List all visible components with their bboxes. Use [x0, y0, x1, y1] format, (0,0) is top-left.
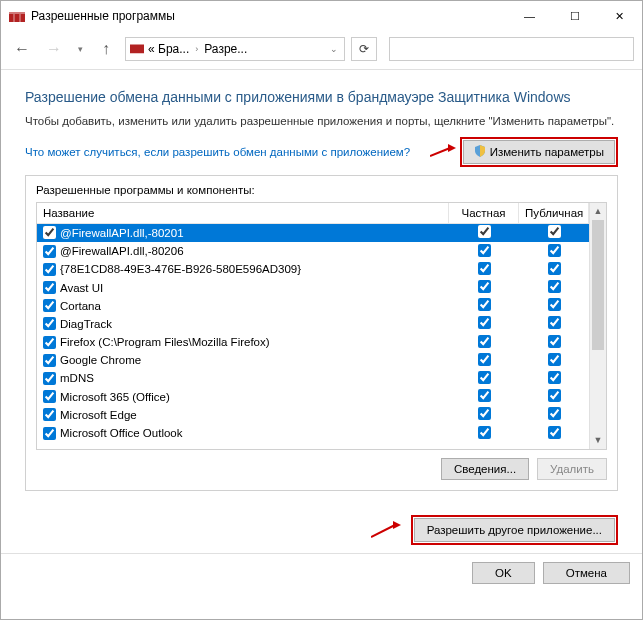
row-public-checkbox[interactable] [548, 262, 561, 275]
row-public-checkbox[interactable] [548, 316, 561, 329]
row-private-checkbox[interactable] [478, 371, 491, 384]
row-enabled-checkbox[interactable] [43, 372, 56, 385]
row-public-checkbox[interactable] [548, 389, 561, 402]
row-public-checkbox[interactable] [548, 335, 561, 348]
window-title: Разрешенные программы [31, 9, 507, 23]
svg-rect-3 [19, 14, 21, 22]
row-private-checkbox[interactable] [478, 280, 491, 293]
breadcrumb-c1[interactable]: « Бра... [148, 42, 189, 56]
row-private-checkbox[interactable] [478, 316, 491, 329]
row-name: @FirewallAPI.dll,-80201 [60, 227, 184, 239]
row-private-checkbox[interactable] [478, 389, 491, 402]
col-name[interactable]: Название [37, 203, 449, 223]
change-settings-button[interactable]: Изменить параметры [463, 140, 615, 164]
table-row[interactable]: {78E1CD88-49E3-476E-B926-580E596AD309} [37, 260, 589, 278]
list-header: Название Частная Публичная [37, 203, 589, 224]
chevron-down-icon[interactable]: ⌄ [328, 44, 340, 54]
remove-button: Удалить [537, 458, 607, 480]
row-enabled-checkbox[interactable] [43, 263, 56, 276]
row-enabled-checkbox[interactable] [43, 336, 56, 349]
row-private-checkbox[interactable] [478, 225, 491, 238]
row-private-checkbox[interactable] [478, 298, 491, 311]
row-private-checkbox[interactable] [478, 262, 491, 275]
table-row[interactable]: Firefox (C:\Program Files\Mozilla Firefo… [37, 333, 589, 351]
row-public-checkbox[interactable] [548, 407, 561, 420]
row-enabled-checkbox[interactable] [43, 226, 56, 239]
table-row[interactable]: mDNS [37, 369, 589, 387]
row-name: @FirewallAPI.dll,-80206 [60, 245, 184, 257]
row-enabled-checkbox[interactable] [43, 317, 56, 330]
row-public-checkbox[interactable] [548, 371, 561, 384]
row-private-checkbox[interactable] [478, 335, 491, 348]
row-private-checkbox[interactable] [478, 244, 491, 257]
row-name: Microsoft Office Outlook [60, 427, 183, 439]
allow-other-app-button[interactable]: Разрешить другое приложение... [414, 518, 615, 542]
table-row[interactable]: DiagTrack [37, 315, 589, 333]
row-name: Firefox (C:\Program Files\Mozilla Firefo… [60, 336, 270, 348]
details-button[interactable]: Сведения... [441, 458, 529, 480]
table-row[interactable]: Avast UI [37, 278, 589, 296]
maximize-button[interactable]: ☐ [552, 1, 597, 31]
svg-rect-4 [130, 44, 144, 53]
minimize-button[interactable]: — [507, 1, 552, 31]
svg-marker-6 [448, 144, 456, 152]
row-private-checkbox[interactable] [478, 426, 491, 439]
table-row[interactable]: Google Chrome [37, 351, 589, 369]
breadcrumb-c2[interactable]: Разре... [204, 42, 247, 56]
row-enabled-checkbox[interactable] [43, 245, 56, 258]
row-enabled-checkbox[interactable] [43, 281, 56, 294]
nav-row: ← → ▾ ↑ « Бра... › Разре... ⌄ ⟳ [1, 31, 642, 67]
titlebar: Разрешенные программы — ☐ ✕ [1, 1, 642, 31]
svg-rect-2 [13, 14, 15, 22]
row-public-checkbox[interactable] [548, 426, 561, 439]
refresh-button[interactable]: ⟳ [351, 37, 377, 61]
row-enabled-checkbox[interactable] [43, 354, 56, 367]
row-enabled-checkbox[interactable] [43, 427, 56, 440]
scroll-up-icon[interactable]: ▲ [590, 203, 606, 220]
highlight-outline: Изменить параметры [460, 137, 618, 167]
row-enabled-checkbox[interactable] [43, 390, 56, 403]
scroll-down-icon[interactable]: ▼ [590, 432, 606, 449]
up-button[interactable]: ↑ [93, 36, 119, 62]
row-public-checkbox[interactable] [548, 225, 561, 238]
row-private-checkbox[interactable] [478, 353, 491, 366]
col-private[interactable]: Частная [449, 203, 519, 223]
row-name: Microsoft Edge [60, 409, 137, 421]
change-settings-label: Изменить параметры [490, 146, 604, 158]
row-name: Google Chrome [60, 354, 141, 366]
ok-button[interactable]: OK [472, 562, 535, 584]
table-row[interactable]: @FirewallAPI.dll,-80201 [37, 224, 589, 242]
row-public-checkbox[interactable] [548, 353, 561, 366]
row-private-checkbox[interactable] [478, 407, 491, 420]
close-button[interactable]: ✕ [597, 1, 642, 31]
search-input[interactable] [389, 37, 634, 61]
row-name: {78E1CD88-49E3-476E-B926-580E596AD309} [60, 263, 301, 275]
table-row[interactable]: Microsoft Office Outlook [37, 424, 589, 442]
risk-link[interactable]: Что может случиться, если разрешить обме… [25, 146, 430, 158]
table-row[interactable]: Microsoft 365 (Office) [37, 388, 589, 406]
page-subtitle: Чтобы добавить, изменить или удалить раз… [25, 115, 618, 127]
cancel-button[interactable]: Отмена [543, 562, 630, 584]
back-button[interactable]: ← [9, 36, 35, 62]
address-bar[interactable]: « Бра... › Разре... ⌄ [125, 37, 345, 61]
table-row[interactable]: Microsoft Edge [37, 406, 589, 424]
scroll-thumb[interactable] [592, 220, 604, 350]
table-row[interactable]: @FirewallAPI.dll,-80206 [37, 242, 589, 260]
table-row[interactable]: Cortana [37, 297, 589, 315]
forward-button[interactable]: → [41, 36, 67, 62]
col-public[interactable]: Публичная [519, 203, 589, 223]
red-arrow-annotation [430, 144, 456, 160]
row-name: Microsoft 365 (Office) [60, 391, 170, 403]
dialog-footer: OK Отмена [1, 553, 642, 592]
scrollbar[interactable]: ▲ ▼ [589, 203, 606, 449]
row-public-checkbox[interactable] [548, 298, 561, 311]
row-name: Avast UI [60, 282, 103, 294]
page-title: Разрешение обмена данными с приложениями… [25, 88, 618, 107]
history-dropdown[interactable]: ▾ [73, 44, 87, 54]
allowed-apps-group: Разрешенные программы и компоненты: Назв… [25, 175, 618, 491]
red-arrow-annotation [371, 521, 401, 539]
row-enabled-checkbox[interactable] [43, 408, 56, 421]
row-public-checkbox[interactable] [548, 280, 561, 293]
row-enabled-checkbox[interactable] [43, 299, 56, 312]
row-public-checkbox[interactable] [548, 244, 561, 257]
